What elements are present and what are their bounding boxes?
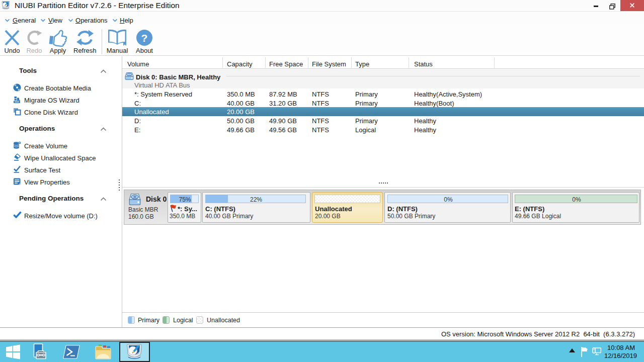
svg-text:?: ? [141, 32, 148, 44]
